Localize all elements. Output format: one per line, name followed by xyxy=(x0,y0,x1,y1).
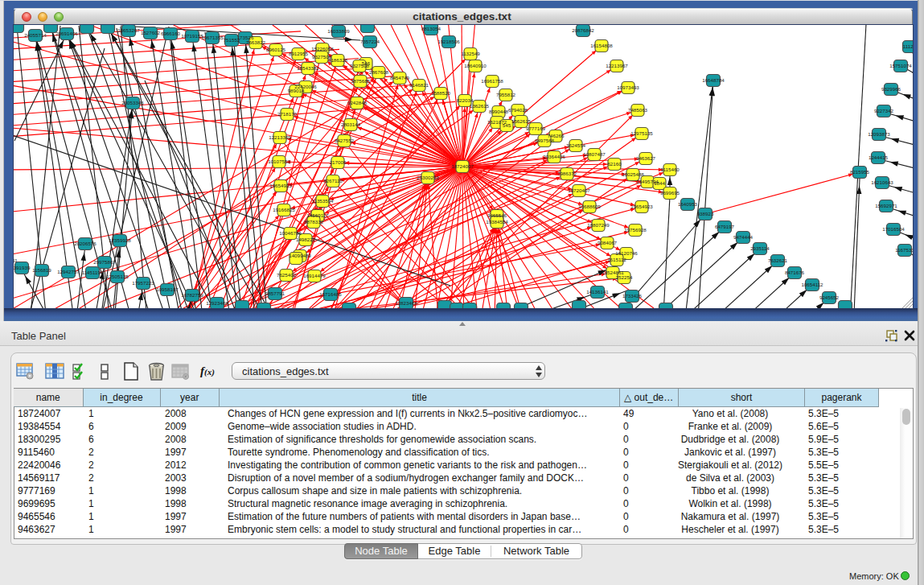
svg-text:545: 545 xyxy=(503,122,511,128)
svg-text:9115460: 9115460 xyxy=(660,167,680,172)
svg-text:1156819: 1156819 xyxy=(32,267,51,273)
svg-text:6497568: 6497568 xyxy=(535,138,555,143)
svg-text:25300293: 25300293 xyxy=(417,175,439,180)
svg-text:1132549: 1132549 xyxy=(461,51,480,56)
svg-text:9245652: 9245652 xyxy=(819,295,840,300)
svg-text:8813054: 8813054 xyxy=(421,26,441,31)
svg-text:62160: 62160 xyxy=(607,161,622,167)
svg-text:8267110: 8267110 xyxy=(323,178,343,183)
svg-text:16648784: 16648784 xyxy=(702,77,725,83)
svg-text:9146821: 9146821 xyxy=(409,82,429,88)
svg-text:10688609: 10688609 xyxy=(578,204,601,209)
svg-text:20876842: 20876842 xyxy=(572,27,594,33)
svg-text:10719155: 10719155 xyxy=(181,33,203,39)
svg-text:15692971: 15692971 xyxy=(875,203,897,208)
svg-text:9844: 9844 xyxy=(654,180,665,186)
svg-text:822034: 822034 xyxy=(457,97,474,103)
svg-text:7663822: 7663822 xyxy=(246,39,266,45)
svg-text:12823468: 12823468 xyxy=(395,300,417,306)
svg-text:9699695: 9699695 xyxy=(660,190,680,196)
svg-text:12923468: 12923468 xyxy=(206,300,228,306)
svg-text:1588520: 1588520 xyxy=(431,90,451,96)
svg-text:2803144: 2803144 xyxy=(341,122,361,127)
svg-text:18640910: 18640910 xyxy=(464,63,487,68)
svg-text:16154808: 16154808 xyxy=(590,43,613,48)
svg-text:6794028: 6794028 xyxy=(508,107,528,113)
svg-text:18807249: 18807249 xyxy=(587,222,610,228)
svg-text:24055714: 24055714 xyxy=(24,32,47,38)
svg-text:2867608: 2867608 xyxy=(369,69,389,75)
svg-text:1562615: 1562615 xyxy=(511,118,532,124)
svg-text:10807487: 10807487 xyxy=(583,151,606,157)
svg-text:1733426: 1733426 xyxy=(622,293,643,299)
svg-text:16033809: 16033809 xyxy=(327,28,350,34)
svg-text:8990448: 8990448 xyxy=(489,109,509,114)
svg-text:17359928: 17359928 xyxy=(109,237,131,243)
svg-text:8960125: 8960125 xyxy=(266,47,286,52)
svg-text:16961758: 16961758 xyxy=(481,78,503,84)
svg-text:1527602: 1527602 xyxy=(141,30,161,35)
svg-text:9474444: 9474444 xyxy=(733,234,754,240)
svg-text:18724007: 18724007 xyxy=(451,163,474,169)
svg-text:7986372: 7986372 xyxy=(557,171,577,176)
svg-text:1640953: 1640953 xyxy=(678,201,698,207)
svg-text:10107553: 10107553 xyxy=(268,159,290,164)
svg-text:19654923: 19654923 xyxy=(630,204,653,209)
svg-text:9084067: 9084067 xyxy=(598,240,618,245)
svg-text:9857791: 9857791 xyxy=(265,290,285,296)
svg-text:6966160: 6966160 xyxy=(161,31,181,36)
svg-text:9465546: 9465546 xyxy=(487,212,507,218)
svg-text:14136141: 14136141 xyxy=(586,289,609,295)
svg-text:10025488: 10025488 xyxy=(622,171,644,177)
svg-text:10653267: 10653267 xyxy=(117,27,140,33)
svg-text:20053346: 20053346 xyxy=(121,100,144,105)
svg-text:20206576: 20206576 xyxy=(74,241,97,246)
svg-text:16543382: 16543382 xyxy=(297,65,319,71)
svg-text:7357224: 7357224 xyxy=(360,39,380,44)
svg-text:8454749: 8454749 xyxy=(390,75,410,80)
svg-text:12975135: 12975135 xyxy=(630,130,653,136)
svg-text:14099489: 14099489 xyxy=(289,253,311,258)
svg-text:10046786: 10046786 xyxy=(279,230,302,236)
svg-text:17957223: 17957223 xyxy=(132,280,154,286)
svg-text:1167533: 1167533 xyxy=(895,247,913,253)
svg-text:8215955: 8215955 xyxy=(850,169,870,175)
svg-text:19218506: 19218506 xyxy=(437,39,460,44)
svg-text:10671355: 10671355 xyxy=(201,35,224,40)
svg-text:217006: 217006 xyxy=(330,159,347,165)
svg-text:1362615: 1362615 xyxy=(470,103,490,109)
svg-text:9777169: 9777169 xyxy=(526,126,546,131)
svg-text:989014: 989014 xyxy=(288,88,305,93)
svg-text:12942757: 12942757 xyxy=(57,269,80,274)
svg-text:16210643: 16210643 xyxy=(871,179,893,185)
svg-text:11123: 11123 xyxy=(903,43,913,49)
svg-text:9227342: 9227342 xyxy=(874,108,894,113)
svg-text:16120746: 16120746 xyxy=(615,250,638,256)
svg-text:938923: 938923 xyxy=(697,211,714,216)
svg-text:15226058: 15226058 xyxy=(311,46,334,51)
svg-text:1615112: 1615112 xyxy=(607,257,626,262)
svg-text:19384554: 19384554 xyxy=(486,219,508,225)
svg-text:12093873: 12093873 xyxy=(868,131,890,137)
svg-text:16782759: 16782759 xyxy=(181,292,203,298)
svg-text:8912955: 8912955 xyxy=(289,51,309,56)
svg-text:2935114: 2935114 xyxy=(750,245,770,251)
svg-text:10958107: 10958107 xyxy=(156,286,179,292)
svg-text:252254: 252254 xyxy=(616,274,633,280)
svg-text:8471676: 8471676 xyxy=(785,270,805,275)
svg-text:391939: 391939 xyxy=(14,265,31,270)
svg-text:9329966: 9329966 xyxy=(881,86,901,92)
svg-text:3875685: 3875685 xyxy=(351,78,371,84)
svg-text:10973493: 10973493 xyxy=(617,84,639,90)
svg-text:15751074: 15751074 xyxy=(889,63,912,68)
svg-text:15716485: 15716485 xyxy=(319,291,342,297)
svg-text:20691406: 20691406 xyxy=(55,31,78,36)
svg-text:7625402: 7625402 xyxy=(277,272,297,278)
svg-text:12213369: 12213369 xyxy=(269,134,291,140)
svg-text:9242848: 9242848 xyxy=(347,100,368,105)
svg-text:11451194: 11451194 xyxy=(82,270,104,275)
svg-text:9463627: 9463627 xyxy=(636,155,656,161)
svg-text:8186328: 8186328 xyxy=(328,57,348,63)
svg-text:1498222: 1498222 xyxy=(296,237,316,242)
svg-text:26585061: 26585061 xyxy=(14,257,18,263)
